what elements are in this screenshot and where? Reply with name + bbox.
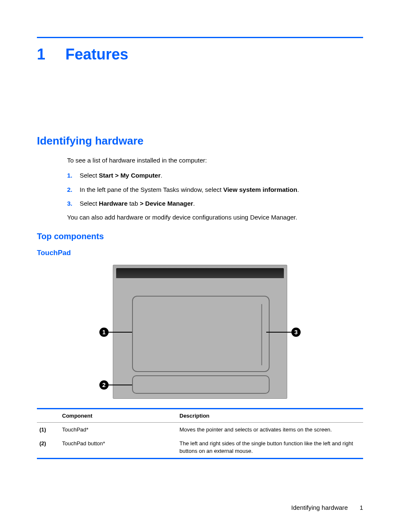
step-text: Select Start > My Computer. [80, 171, 162, 180]
callout-2: 2 [99, 380, 109, 390]
cell-description: Moves the pointer and selects or activat… [177, 422, 363, 436]
table-row: (2) TouchPad button* The left and right … [37, 436, 363, 459]
cell-idx: (1) [37, 422, 60, 436]
th-blank [37, 408, 60, 422]
th-description: Description [177, 408, 363, 422]
step-2: 2. In the left pane of the System Tasks … [67, 186, 363, 194]
cell-component: TouchPad* [60, 422, 177, 436]
section-heading: Identifying hardware [37, 134, 363, 147]
step-text: Select Hardware tab > Device Manager. [80, 199, 195, 208]
cell-description: The left and right sides of the single b… [177, 436, 363, 459]
cell-idx: (2) [37, 436, 60, 459]
step-3: 3. Select Hardware tab > Device Manager. [67, 199, 363, 208]
intro-text: To see a list of hardware installed in t… [67, 157, 363, 164]
step-1: 1. Select Start > My Computer. [67, 171, 363, 180]
callout-1-lead [109, 332, 132, 333]
step-number: 2. [67, 186, 80, 194]
steps-list: 1. Select Start > My Computer. 2. In the… [67, 171, 363, 208]
diagram-touchpad-button [132, 375, 270, 394]
component-table: Component Description (1) TouchPad* Move… [37, 408, 363, 460]
callout-1: 1 [99, 328, 109, 337]
chapter-heading: 1 Features [37, 46, 363, 63]
callout-3: 3 [291, 328, 301, 337]
step-text: In the left pane of the System Tasks win… [80, 186, 299, 194]
cell-component: TouchPad button* [60, 436, 177, 459]
footer-section: Identifying hardware [291, 504, 348, 511]
footer-page-number: 1 [360, 504, 363, 511]
touchpad-diagram: 1 2 3 [37, 265, 363, 399]
step-number: 3. [67, 199, 80, 208]
step-number: 1. [67, 171, 80, 180]
subsubsection-heading: TouchPad [37, 249, 363, 257]
callout-3-lead [266, 332, 291, 333]
subsection-heading: Top components [37, 232, 363, 241]
th-component: Component [60, 408, 177, 422]
page-footer: Identifying hardware 1 [37, 504, 363, 511]
chapter-title: Features [65, 46, 128, 63]
diagram-scroll-zone [261, 304, 263, 365]
chapter-number: 1 [37, 46, 45, 63]
callout-2-lead [109, 385, 132, 385]
outro-text: You can also add hardware or modify devi… [67, 214, 363, 221]
top-rule [37, 37, 363, 38]
diagram-topbar [116, 268, 284, 278]
table-header-row: Component Description [37, 408, 363, 422]
table-row: (1) TouchPad* Moves the pointer and sele… [37, 422, 363, 436]
diagram-touchpad-surface [132, 296, 270, 372]
